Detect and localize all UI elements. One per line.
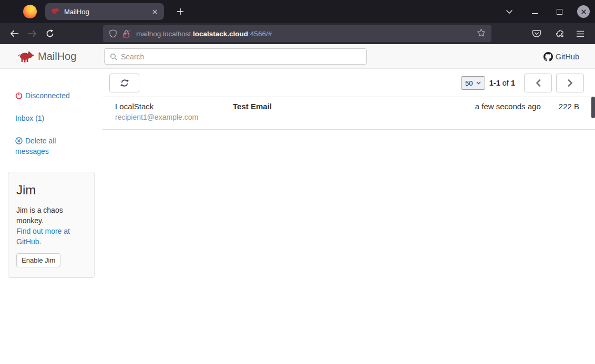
insecure-lock-icon[interactable] [122,29,131,38]
message-recipient: recipient1@example.com [115,112,233,122]
refresh-button[interactable] [109,74,139,92]
page-content: Disconnected Inbox (1) Delete all messag… [0,69,595,364]
menu-hamburger-icon[interactable] [576,30,584,37]
mailhog-brand[interactable]: MailHog [18,44,76,69]
pocket-icon[interactable] [532,29,541,38]
window-maximize-button[interactable] [553,5,566,18]
new-tab-button[interactable] [172,4,188,19]
connection-status-label: Disconnected [25,91,70,100]
sidebar-item-delete-all[interactable]: Delete all messages [0,136,68,157]
jim-panel: Jim Jim is a chaos monkey. Find out more… [8,172,95,278]
bookmark-star-icon[interactable] [477,28,486,39]
tab-favicon-pig-icon [50,7,59,16]
extensions-puzzle-icon[interactable] [554,29,563,38]
mailhog-pig-icon [18,51,34,63]
select-caret-icon [476,81,481,85]
window-controls [529,5,590,18]
firefox-logo-icon[interactable] [23,5,37,18]
browser-navbar: mailhog.localhost.localstack.cloud:4566/… [0,23,595,44]
github-octocat-icon [543,52,553,61]
range-of: of [502,79,509,87]
search-box [104,48,367,65]
search-input[interactable] [121,53,361,61]
forward-button[interactable] [23,26,41,41]
sidebar-connection-status[interactable]: Disconnected [0,90,102,101]
browser-titlebar: MailHog [0,0,595,23]
message-sender: LocalStack [115,101,233,112]
window-minimize-button[interactable] [529,5,541,18]
github-link[interactable]: GitHub [543,44,579,69]
pagination-controls: 50 1-1 of 1 [461,74,584,92]
next-page-button[interactable] [556,74,584,92]
github-label: GitHub [556,53,579,61]
browser-tab-mailhog[interactable]: MailHog [45,3,164,20]
scrollbar-thumb[interactable] [591,97,595,118]
jim-github-link[interactable]: Find out more at GitHub [16,227,70,246]
mailhog-header: MailHog GitHub [0,44,595,69]
jim-title: Jim [16,183,86,197]
message-list-area: 50 1-1 of 1 [102,69,595,364]
message-row[interactable]: LocalStack recipient1@example.com Test E… [102,97,595,130]
navbar-right-icons [532,29,590,38]
pagination-range: 1-1 of 1 [489,79,515,87]
brand-title: MailHog [38,50,76,63]
list-tabs-chevron-icon[interactable] [501,4,517,19]
jim-link-period: . [39,237,42,246]
chevron-right-icon [568,79,573,87]
list-toolbar: 50 1-1 of 1 [102,69,595,97]
chevron-left-icon [536,79,541,87]
window-close-button[interactable] [577,5,590,18]
range-current: 1-1 [489,79,500,87]
message-sender-column: LocalStack recipient1@example.com [115,101,233,122]
page-size-select[interactable]: 50 [461,76,485,90]
tab-close-icon[interactable] [150,7,159,16]
inbox-label: Inbox (1) [15,114,44,122]
tab-title: MailHog [64,8,150,16]
page-size-value: 50 [465,79,473,87]
reload-button[interactable] [41,26,59,41]
message-subject: Test Email [233,101,475,112]
sidebar-item-inbox[interactable]: Inbox (1) [0,113,102,123]
range-total: 1 [511,79,515,87]
url-text: mailhog.localhost.localstack.cloud:4566/… [136,30,272,38]
sidebar: Disconnected Inbox (1) Delete all messag… [0,69,102,364]
search-icon [110,53,117,60]
power-icon [15,92,23,99]
tracking-shield-icon[interactable] [109,29,117,38]
url-bar[interactable]: mailhog.localhost.localstack.cloud:4566/… [103,25,491,42]
delete-circle-icon [15,137,23,144]
enable-jim-button[interactable]: Enable Jim [16,253,60,267]
jim-description: Jim is a chaos monkey. Find out more at … [16,205,86,247]
message-size: 222 B [559,101,579,112]
message-time: a few seconds ago [475,101,541,112]
refresh-icon [120,79,129,87]
back-button[interactable] [5,26,23,41]
previous-page-button[interactable] [524,74,552,92]
jim-description-text: Jim is a chaos monkey. [16,206,63,225]
